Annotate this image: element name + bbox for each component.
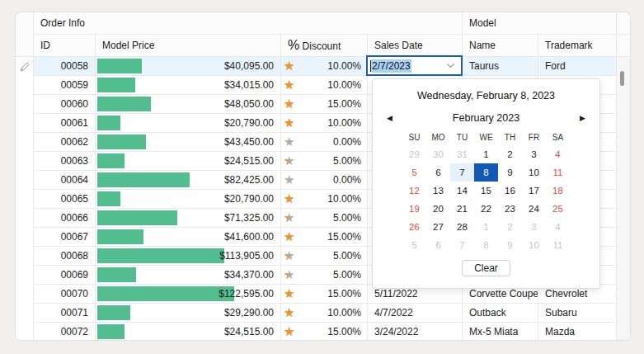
calendar-day[interactable]: 27 [426,218,450,236]
cell-discount[interactable]: ★★5.00% [281,209,368,228]
cell-id[interactable]: 00063 [34,152,96,171]
calendar-day[interactable]: 4 [546,218,570,236]
calendar-day[interactable]: 7 [450,163,474,182]
calendar-day[interactable]: 24 [522,200,546,218]
calendar-day[interactable]: 11 [546,163,570,182]
cell-id[interactable]: 00058 [34,57,96,76]
cell-name[interactable]: Mx-5 Miata [463,323,538,341]
calendar-day[interactable]: 11 [546,236,570,254]
calendar-day[interactable]: 13 [426,182,450,200]
next-month-icon[interactable]: ▶ [576,114,585,122]
cell-model-price[interactable]: $113,905.00 [96,247,281,266]
calendar-day[interactable]: 6 [426,163,450,182]
column-header-sales-date[interactable]: Sales Date [368,35,463,57]
calendar-day[interactable]: 5 [402,163,426,182]
cell-id[interactable]: 00065 [34,190,96,209]
column-header-discount[interactable]: % Discount [281,35,368,57]
cell-trademark[interactable]: Subaru [538,304,617,323]
cell-id[interactable]: 00070 [34,285,96,304]
cell-id[interactable]: 00060 [34,95,96,114]
cell-discount[interactable]: ★★10.00% [281,190,368,209]
cell-id[interactable]: 00061 [34,114,96,133]
month-year-label[interactable]: February 2023 [397,112,576,124]
column-header-model-price[interactable]: Model Price [96,35,281,57]
calendar-day[interactable]: 29 [402,145,426,163]
calendar-day[interactable]: 15 [474,182,498,200]
calendar-day[interactable]: 20 [426,200,450,218]
table-row[interactable]: 00071$29,290.00★★10.00%4/7/2022OutbackSu… [16,304,630,323]
table-row[interactable]: 00072$24,515.00★★15.00%3/24/2022Mx-5 Mia… [16,323,630,341]
cell-model-price[interactable]: $40,095.00 [96,57,281,76]
clear-button[interactable]: Clear [462,260,510,276]
calendar-day[interactable]: 10 [522,236,546,254]
calendar-day[interactable]: 23 [498,200,522,218]
cell-sales-date[interactable]: 3/24/2022 [368,323,463,341]
cell-discount[interactable]: ★★15.00% [281,323,368,341]
calendar-day[interactable]: 14 [450,182,474,200]
calendar-day[interactable]: 28 [450,218,474,236]
cell-model-price[interactable]: $43,450.00 [96,133,281,152]
cell-discount[interactable]: ★★0.00% [281,133,368,152]
calendar-day[interactable]: 21 [450,200,474,218]
cell-model-price[interactable]: $24,515.00 [96,152,281,171]
table-row[interactable]: 00058$40,095.00★★10.00%TaurusFord [16,57,630,76]
calendar-day[interactable]: 4 [546,145,570,163]
calendar-day[interactable]: 30 [426,145,450,163]
cell-discount[interactable]: ★★5.00% [281,266,368,285]
calendar-day[interactable]: 3 [522,145,546,163]
cell-id[interactable]: 00067 [34,228,96,247]
cell-id[interactable]: 00066 [34,209,96,228]
cell-model-price[interactable]: $34,370.00 [96,266,281,285]
cell-model-price[interactable]: $71,325.00 [96,209,281,228]
calendar-day[interactable]: 1 [474,145,498,163]
cell-id[interactable]: 00071 [34,304,96,323]
cell-id[interactable]: 00068 [34,247,96,266]
calendar-day[interactable]: 26 [402,218,426,236]
cell-discount[interactable]: ★★10.00% [281,57,368,76]
calendar-day[interactable]: 2 [498,145,522,163]
calendar-day[interactable]: 19 [402,200,426,218]
cell-discount[interactable]: ★★10.00% [281,114,368,133]
cell-model-price[interactable]: $24,515.00 [96,323,281,341]
cell-discount[interactable]: ★★0.00% [281,171,368,190]
calendar-day[interactable]: 2 [498,218,522,236]
column-header-trademark[interactable]: Trademark [538,35,617,57]
calendar-day[interactable]: 16 [498,182,522,200]
column-header-id[interactable]: ID [34,35,96,57]
sales-date-editor[interactable]: 2/7/2023 [366,55,463,76]
cell-trademark[interactable]: Mazda [538,323,617,341]
cell-model-price[interactable]: $20,790.00 [96,114,281,133]
calendar-day[interactable]: 6 [426,236,450,254]
calendar-day[interactable]: 9 [498,236,522,254]
cell-name[interactable]: Outback [463,304,538,323]
cell-id[interactable]: 00069 [34,266,96,285]
cell-discount[interactable]: ★★10.00% [281,304,368,323]
column-header-name[interactable]: Name [463,35,538,57]
chevron-down-icon[interactable] [446,63,455,68]
calendar-day[interactable]: 25 [546,200,570,218]
calendar-day[interactable]: 1 [474,218,498,236]
cell-id[interactable]: 00064 [34,171,96,190]
cell-discount[interactable]: ★★15.00% [281,228,368,247]
calendar-day[interactable]: 10 [522,163,546,182]
cell-model-price[interactable]: $34,015.00 [96,76,281,95]
editor-value[interactable]: 2/7/2023 [371,59,411,73]
cell-trademark[interactable]: Ford [538,57,617,76]
cell-model-price[interactable]: $48,050.00 [96,95,281,114]
calendar-day[interactable]: 22 [474,200,498,218]
band-order-info[interactable]: Order Info [34,12,463,35]
calendar-day-selected[interactable]: 8 [474,163,498,182]
calendar-day[interactable]: 9 [498,163,522,182]
cell-model-price[interactable]: $41,600.00 [96,228,281,247]
calendar-day[interactable]: 18 [546,182,570,200]
cell-discount[interactable]: ★★15.00% [281,285,368,304]
cell-model-price[interactable]: $82,425.00 [96,171,281,190]
calendar-day[interactable]: 8 [474,236,498,254]
vertical-scrollbar-thumb[interactable] [620,71,624,86]
calendar-day[interactable]: 12 [402,182,426,200]
calendar-day[interactable]: 5 [402,236,426,254]
cell-id[interactable]: 00062 [34,133,96,152]
calendar-day[interactable]: 3 [522,218,546,236]
band-model[interactable]: Model [463,12,617,35]
prev-month-icon[interactable]: ◀ [387,114,397,122]
